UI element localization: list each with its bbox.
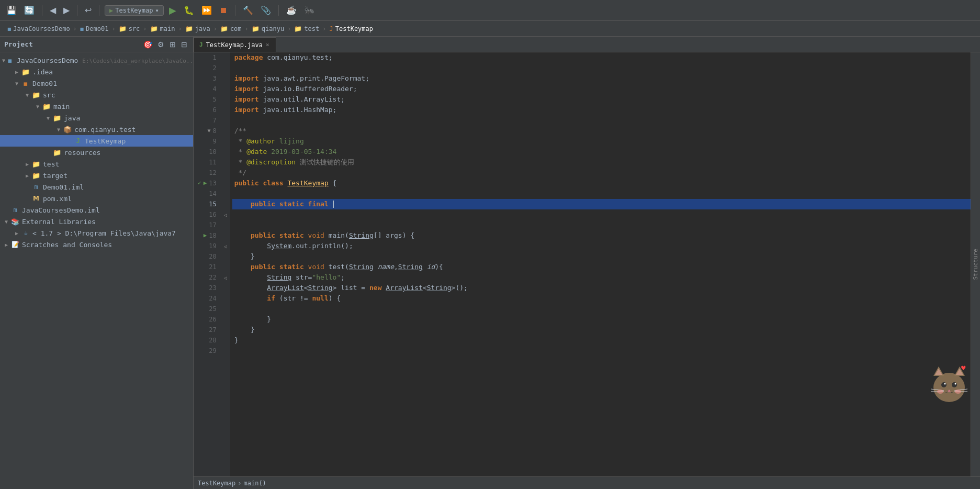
- folder-icon-java: 📁: [52, 113, 62, 123]
- run-with-coverage-button[interactable]: ⏩: [199, 4, 214, 16]
- breadcrumb-com[interactable]: 📁 com: [217, 24, 245, 34]
- tree-item-package[interactable]: ▼ 📦 com.qianyu.test: [0, 124, 193, 135]
- code-line-7: [232, 115, 971, 126]
- code-line-21: public static void test(String name,Stri…: [232, 262, 971, 272]
- iml-icon-jcd: m: [10, 205, 20, 215]
- gutter-13: [221, 178, 230, 188]
- sidebar-title: Project: [4, 40, 142, 48]
- tree-item-idea[interactable]: ▶ 📁 .idea: [0, 66, 193, 77]
- tree-item-test[interactable]: ▶ 📁 test: [0, 158, 193, 170]
- fold-arrow-8[interactable]: ▼: [207, 126, 210, 136]
- fold-arrow-18[interactable]: ◁: [221, 209, 230, 220]
- ln-7: 7: [198, 115, 217, 126]
- tree-item-demo01iml[interactable]: ▶ m Demo01.iml: [0, 181, 193, 193]
- sidebar-collapse-button[interactable]: ⊟: [179, 40, 189, 49]
- ln-23: 23: [198, 283, 217, 293]
- run-button[interactable]: ▶: [167, 4, 178, 17]
- ln-29: 29: [198, 346, 217, 356]
- ln-19: 19: [198, 241, 217, 251]
- code-line-27: }: [232, 325, 971, 335]
- sidebar-settings-button[interactable]: ⚙: [156, 40, 166, 49]
- sync-button[interactable]: 🔄: [22, 4, 37, 16]
- tab-close-button[interactable]: ×: [266, 41, 269, 48]
- save-button[interactable]: 💾: [4, 4, 19, 16]
- expand-arrow-test: ▶: [23, 161, 31, 167]
- breadcrumb-testkeymap[interactable]: J TestKeymap: [326, 24, 376, 34]
- back-button[interactable]: ◀: [48, 4, 58, 16]
- tab-bar: J TestKeymap.java ×: [194, 37, 980, 52]
- tree-item-target[interactable]: ▶ 📁 target: [0, 170, 193, 181]
- run-config-selector[interactable]: ▶ TestKeymap ▾: [105, 5, 164, 16]
- run-arrow-13[interactable]: ▶: [204, 178, 207, 188]
- gutter-2: [221, 63, 230, 73]
- debug-button[interactable]: 🐛: [182, 4, 196, 16]
- tree-label-idea: .idea: [32, 68, 53, 76]
- sidebar-locate-button[interactable]: 🎯: [142, 40, 154, 49]
- fold-arrow-21[interactable]: ◁: [221, 241, 230, 251]
- tree-item-external-libraries[interactable]: ▼ 📚 External Libraries: [0, 216, 193, 227]
- ln-16: 16: [198, 209, 217, 220]
- ln-1: 1: [198, 52, 217, 63]
- tree-item-demo01[interactable]: ▼ ◼ Demo01: [0, 77, 193, 89]
- stop-button[interactable]: ⏹: [217, 5, 230, 16]
- module-icon-root: ◼: [5, 55, 15, 65]
- tree-label-package: com.qianyu.test: [74, 126, 136, 134]
- tree-item-scratches[interactable]: ▶ 📝 Scratches and Consoles: [0, 239, 193, 250]
- run-config-icon: ▶: [109, 7, 113, 14]
- tree-item-src[interactable]: ▼ 📁 src: [0, 89, 193, 101]
- attach-button[interactable]: 📎: [258, 4, 273, 16]
- breadcrumb-demo01[interactable]: ◼ Demo01: [77, 24, 112, 34]
- tree-item-javacourses-iml[interactable]: ▶ m JavaCoursesDemo.iml: [0, 204, 193, 216]
- tree-item-testkeymap[interactable]: ▶ J TestKeymap: [0, 135, 193, 147]
- breadcrumb-test[interactable]: 📁 test: [291, 24, 322, 34]
- tree-item-main[interactable]: ▼ 📁 main: [0, 101, 193, 112]
- separator-5: [278, 5, 279, 16]
- fold-arrow-24[interactable]: ◁: [221, 272, 230, 283]
- tab-testkeymap[interactable]: J TestKeymap.java ×: [194, 37, 276, 52]
- breadcrumb-src[interactable]: 📁 src: [116, 24, 143, 34]
- java-file-icon: J: [73, 136, 83, 146]
- forward-button[interactable]: ▶: [61, 4, 72, 16]
- code-line-19: System.out.println();: [232, 241, 971, 251]
- run-arrow-18[interactable]: ▶: [204, 230, 207, 241]
- tree-item-resources[interactable]: ▶ 📁 resources: [0, 147, 193, 158]
- ln-27: 27: [198, 325, 217, 335]
- build-button[interactable]: 🔨: [241, 4, 255, 16]
- code-editor[interactable]: 1 2 3 4 5 6 7 ▼ 8 9 10 11 12 ✓: [194, 52, 980, 476]
- folder-icon-target: 📁: [31, 171, 41, 180]
- code-line-1: package com.qianyu.test;: [232, 52, 971, 63]
- gutter-1: [221, 52, 230, 63]
- ln-24: 24: [198, 293, 217, 304]
- expand-arrow-demo01: ▼: [13, 81, 21, 86]
- tree-item-javacourses[interactable]: ▼ ◼ JavaCoursesDemo E:\Codes\idea_workpl…: [0, 54, 193, 66]
- breadcrumb-qianyu[interactable]: 📁 qianyu: [249, 24, 287, 34]
- ln-20: 20: [198, 251, 217, 262]
- folder-icon-5: 📁: [252, 25, 260, 32]
- gutter-6: [221, 105, 230, 115]
- sdk-button[interactable]: ☕: [284, 4, 299, 16]
- gutter-10: [221, 147, 230, 157]
- breadcrumb-javacourses[interactable]: ◼ JavaCoursesDemo: [4, 24, 73, 34]
- structure-label[interactable]: Structure: [972, 249, 979, 280]
- tree-item-java[interactable]: ▼ 📁 java: [0, 112, 193, 124]
- breadcrumb-sep-3: ›: [143, 25, 147, 32]
- ln-18: ▶ 18: [198, 230, 217, 241]
- ant-button[interactable]: 🐜: [302, 4, 317, 16]
- ln-5: 5: [198, 94, 217, 105]
- ln-14: 14: [198, 188, 217, 199]
- tree-item-pomxml[interactable]: ▶ 𝗠 pom.xml: [0, 193, 193, 204]
- tree-item-java7[interactable]: ▶ ☕ < 1.7 > D:\Program Files\Java\java7: [0, 227, 193, 239]
- line-numbers: 1 2 3 4 5 6 7 ▼ 8 9 10 11 12 ✓: [194, 52, 221, 476]
- ln-11: 11: [198, 157, 217, 168]
- status-breadcrumb: TestKeymap › main(): [198, 480, 266, 487]
- revert-button[interactable]: ↩: [83, 4, 94, 16]
- tree-label-testkeymap: TestKeymap: [85, 137, 126, 145]
- ln-6: 6: [198, 105, 217, 115]
- run-config-label: TestKeymap: [115, 7, 153, 14]
- scratches-icon: 📝: [10, 240, 20, 249]
- breadcrumb-main[interactable]: 📁 main: [147, 24, 178, 34]
- sidebar-expand-button[interactable]: ⊞: [168, 40, 177, 49]
- status-sep-1: ›: [238, 480, 241, 487]
- java-icon: J: [330, 25, 333, 32]
- breadcrumb-java[interactable]: 📁 java: [182, 24, 213, 34]
